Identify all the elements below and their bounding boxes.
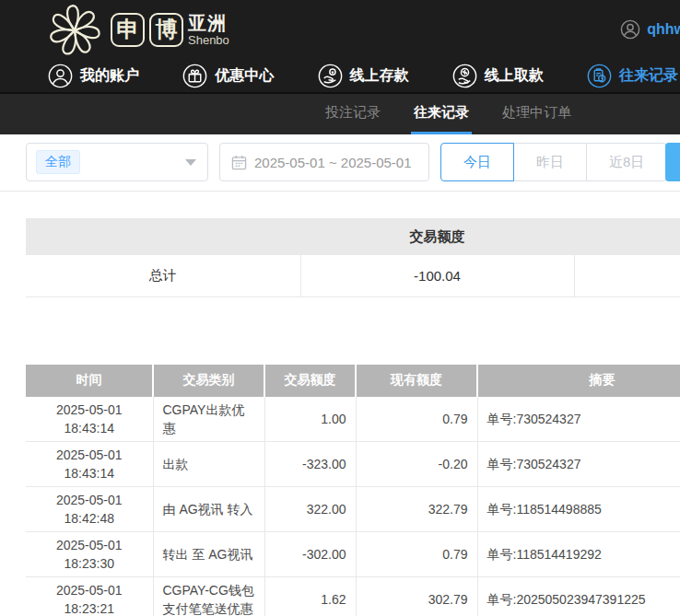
date-range-value: 2025-05-01 ~ 2025-05-01	[254, 155, 412, 170]
cell-amount: -323.00	[264, 441, 356, 486]
summary-table-container: 交易额度 总计 -100.04	[26, 218, 680, 297]
nav-label: 线上取款	[485, 66, 544, 86]
cell-amount: 1.00	[264, 397, 356, 442]
cell-balance: 0.79	[356, 397, 477, 442]
column-header: 时间	[26, 365, 153, 397]
column-header: 现有额度	[356, 365, 477, 397]
logo-region-text: 亚洲	[188, 14, 229, 32]
selected-type-tag[interactable]: 全部	[36, 150, 80, 174]
logo-char-shen: 申	[111, 13, 145, 47]
nav-item-my-account[interactable]: 我的账户	[48, 64, 139, 88]
summary-header-row: 交易额度	[26, 218, 680, 255]
cell-balance: 0.79	[356, 531, 477, 576]
calendar-icon	[231, 155, 247, 170]
cell-type: 转出 至 AG视讯	[153, 531, 264, 576]
cell-time: 2025-05-01 18:42:48	[26, 486, 153, 531]
logo-char-bo: 博	[149, 13, 183, 47]
nav-item-promotions[interactable]: 优惠中心	[182, 64, 274, 88]
search-button[interactable]	[665, 143, 680, 181]
summary-total-label: 总计	[26, 255, 300, 296]
cell-summary: 单号:730524327	[477, 397, 680, 442]
tab-pending-orders[interactable]: 处理中订单	[499, 94, 574, 134]
nav-label: 线上存款	[350, 66, 409, 86]
summary-total-row: 总计 -100.04	[26, 255, 680, 296]
cell-summary: 单号:118514498885	[477, 486, 680, 531]
summary-header-amount: 交易额度	[300, 218, 574, 255]
cell-summary: 单号:730524327	[477, 441, 680, 486]
cell-amount: 322.00	[264, 486, 356, 531]
tab-transaction-records[interactable]: 往来记录	[411, 94, 472, 134]
main-nav: 我的账户 优惠中心 线上存款 线上取款	[0, 59, 680, 94]
summary-header-empty	[26, 218, 300, 255]
summary-total-value: -100.04	[300, 255, 574, 296]
cell-time: 2025-05-01 18:43:14	[26, 397, 153, 442]
withdraw-icon	[452, 64, 477, 88]
cell-summary: 单号:202505023947391225	[477, 576, 680, 616]
chevron-down-icon	[185, 159, 196, 166]
flower-logo-icon	[46, 2, 103, 57]
user-account-area[interactable]: qhhw	[620, 0, 680, 59]
user-icon	[48, 64, 73, 88]
tab-betting-records[interactable]: 投注记录	[322, 94, 383, 134]
transactions-table: 时间交易类别交易额度现有额度摘要 2025-05-01 18:43:14CGPA…	[26, 365, 680, 616]
last-8-days-button[interactable]: 近8日	[586, 143, 667, 181]
quick-date-buttons: 今日 昨日 近8日	[440, 143, 667, 181]
transactions-header-row: 时间交易类别交易额度现有额度摘要	[26, 365, 680, 397]
nav-label: 往来记录	[619, 66, 678, 86]
avatar-icon	[620, 19, 640, 40]
date-range-input[interactable]: 2025-05-01 ~ 2025-05-01	[219, 143, 429, 181]
cell-amount: -302.00	[264, 531, 356, 576]
cell-time: 2025-05-01 18:23:30	[26, 531, 153, 576]
cell-balance: 322.79	[356, 486, 477, 531]
transactions-table-container: 时间交易类别交易额度现有额度摘要 2025-05-01 18:43:14CGPA…	[26, 365, 680, 616]
table-row: 2025-05-01 18:42:48由 AG视讯 转入322.00322.79…	[26, 486, 680, 531]
nav-item-withdraw[interactable]: 线上取款	[452, 64, 544, 88]
nav-label: 我的账户	[80, 66, 139, 86]
records-icon	[587, 64, 612, 88]
summary-header-empty	[574, 218, 680, 255]
table-row: 2025-05-01 18:23:30转出 至 AG视讯-302.000.79单…	[26, 531, 680, 576]
record-subtabs: 投注记录 往来记录 处理中订单	[0, 94, 680, 134]
table-row: 2025-05-01 18:43:14CGPAY出款优惠1.000.79单号:7…	[26, 397, 680, 442]
column-header: 交易额度	[264, 365, 356, 397]
cell-type: 由 AG视讯 转入	[153, 486, 264, 531]
cell-summary: 单号:118514419292	[477, 531, 680, 576]
column-header: 交易类别	[153, 365, 264, 397]
nav-label: 优惠中心	[215, 66, 274, 86]
cell-type: CGPAY出款优惠	[153, 397, 264, 442]
type-filter-select[interactable]: 全部	[26, 143, 208, 181]
nav-item-transaction-records[interactable]: 往来记录	[587, 64, 678, 88]
cell-type: 出款	[153, 441, 264, 486]
gift-icon	[182, 64, 207, 88]
column-header: 摘要	[477, 365, 680, 397]
today-button[interactable]: 今日	[440, 143, 514, 181]
cell-type: CGPAY-CG钱包支付笔笔送优惠	[153, 576, 264, 616]
table-row: 2025-05-01 18:23:21CGPAY-CG钱包支付笔笔送优惠1.62…	[26, 576, 680, 616]
table-row: 2025-05-01 18:43:14出款-323.00-0.20单号:7305…	[26, 441, 680, 486]
cell-time: 2025-05-01 18:23:21	[26, 576, 153, 616]
username-text[interactable]: qhhw	[647, 21, 680, 38]
deposit-icon	[318, 64, 343, 88]
logo-subtitle-text: Shenbo	[188, 34, 229, 46]
summary-table: 交易额度 总计 -100.04	[26, 218, 680, 297]
cell-time: 2025-05-01 18:43:14	[26, 441, 153, 486]
brand-logo[interactable]: 申 博 亚洲 Shenbo	[46, 2, 229, 57]
yesterday-button[interactable]: 昨日	[513, 143, 587, 181]
filter-row: 全部 2025-05-01 ~ 2025-05-01 今日 昨日 近8日	[26, 143, 680, 181]
section-divider	[0, 191, 680, 192]
cell-balance: -0.20	[356, 441, 477, 486]
summary-total-extra	[574, 255, 680, 296]
top-header: 申 博 亚洲 Shenbo qhhw	[0, 0, 680, 59]
cell-balance: 302.79	[356, 576, 477, 616]
nav-item-deposit[interactable]: 线上存款	[318, 64, 409, 88]
cell-amount: 1.62	[264, 576, 356, 616]
